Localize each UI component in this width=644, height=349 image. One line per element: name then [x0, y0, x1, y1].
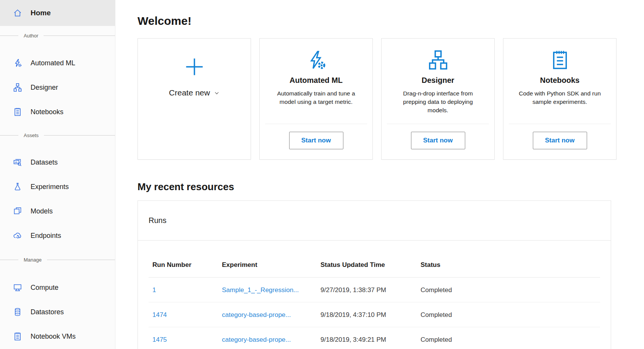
start-now-button[interactable]: Start now — [289, 132, 343, 149]
table-row: 1475 category-based-prope... 9/18/2019, … — [138, 327, 611, 349]
designer-icon — [13, 83, 22, 92]
sidebar-item-compute[interactable]: Compute — [0, 275, 115, 300]
column-header-status-updated-time: Status Updated Time — [320, 261, 421, 269]
sidebar-item-models[interactable]: Models — [0, 199, 115, 223]
automated-ml-icon — [13, 58, 22, 68]
datastores-icon — [13, 307, 22, 317]
start-now-button[interactable]: Start now — [533, 132, 587, 149]
sidebar-item-label: Notebooks — [31, 108, 63, 116]
section-divider-line — [44, 135, 115, 136]
quick-start-cards: Create new Automated ML Automatically tr… — [138, 38, 644, 160]
sidebar-item-label: Compute — [31, 284, 58, 292]
status-updated-time: 9/18/2019, 4:37:10 PM — [320, 311, 421, 319]
notebook-vms-icon — [13, 332, 22, 341]
sidebar-item-notebook-vms[interactable]: Notebook VMs — [0, 324, 115, 349]
sidebar-item-designer[interactable]: Designer — [0, 75, 115, 100]
status-value: Completed — [421, 311, 611, 319]
status-updated-time: 9/18/2019, 3:49:21 PM — [320, 336, 421, 344]
section-label: Assets — [24, 132, 39, 138]
section-divider-line — [0, 135, 18, 136]
page-title: Welcome! — [138, 15, 644, 27]
sidebar-item-home[interactable]: Home — [0, 0, 115, 26]
create-new-button[interactable]: Create new — [169, 88, 219, 97]
sidebar-group-manage: Compute Datastores Notebook VMs — [0, 275, 115, 349]
card-title: Notebooks — [540, 76, 579, 85]
sidebar-item-notebooks[interactable]: Notebooks — [0, 100, 115, 124]
sidebar-item-label: Notebook VMs — [31, 333, 76, 341]
column-header-experiment: Experiment — [222, 261, 320, 269]
recent-resources-title: My recent resources — [138, 181, 644, 193]
sidebar: Home Author Automated ML Designer — [0, 0, 115, 349]
sidebar-section-manage: Manage — [0, 254, 115, 265]
sidebar-item-label: Models — [31, 207, 53, 215]
automated-ml-icon — [306, 49, 327, 71]
experiment-link[interactable]: category-based-prope... — [222, 336, 291, 343]
sidebar-group-assets: Datasets Experiments Models Endpoints — [0, 150, 115, 248]
sidebar-section-author: Author — [0, 30, 115, 41]
designer-icon — [427, 49, 449, 71]
section-divider-line — [0, 36, 18, 36]
column-header-run-number: Run Number — [152, 261, 222, 269]
card-description: Drag-n-drop interface from prepping data… — [395, 89, 482, 115]
experiments-icon — [13, 182, 22, 191]
table-row: 1 Sample_1_-_Regression... 9/27/2019, 1:… — [138, 278, 611, 302]
panel-header: Runs — [138, 201, 611, 241]
sidebar-item-label: Datasets — [31, 158, 58, 166]
sidebar-group-author: Automated ML Designer Notebooks — [0, 51, 115, 124]
sidebar-item-datasets[interactable]: Datasets — [0, 150, 115, 174]
experiment-link[interactable]: Sample_1_-_Regression... — [222, 286, 299, 294]
notebooks-icon — [13, 107, 22, 116]
chevron-down-icon — [214, 90, 220, 96]
sidebar-item-label: Automated ML — [31, 59, 75, 67]
run-number-link[interactable]: 1474 — [152, 311, 167, 318]
endpoints-icon — [13, 231, 22, 240]
table-row: 1474 category-based-prope... 9/18/2019, … — [138, 302, 611, 327]
section-divider-line — [47, 260, 115, 260]
models-icon — [13, 207, 22, 216]
sidebar-item-automated-ml[interactable]: Automated ML — [0, 51, 115, 75]
sidebar-item-label: Endpoints — [31, 232, 61, 240]
automated-ml-card: Automated ML Automatically train and tun… — [259, 38, 373, 160]
sidebar-item-label: Home — [31, 9, 51, 17]
notebooks-card: Notebooks Code with Python SDK and run s… — [503, 38, 616, 160]
card-divider — [509, 124, 611, 124]
create-new-card[interactable]: Create new — [138, 38, 251, 160]
notebooks-icon — [549, 49, 571, 71]
compute-icon — [13, 283, 22, 292]
experiment-link[interactable]: category-based-prope... — [222, 311, 291, 318]
card-divider — [265, 124, 367, 124]
datasets-icon — [13, 158, 22, 167]
home-icon — [13, 8, 22, 18]
status-value: Completed — [421, 336, 611, 344]
section-label: Manage — [24, 257, 42, 263]
sidebar-item-label: Designer — [31, 84, 58, 92]
section-divider-line — [44, 36, 115, 36]
run-number-link[interactable]: 1475 — [152, 336, 167, 343]
app-window: Home Author Automated ML Designer — [0, 0, 644, 349]
sidebar-item-experiments[interactable]: Experiments — [0, 174, 115, 199]
run-number-link[interactable]: 1 — [152, 286, 156, 294]
status-updated-time: 9/27/2019, 1:38:37 PM — [320, 286, 421, 294]
recent-resources-panel: Runs Run Number Experiment Status Update… — [138, 200, 611, 349]
card-title: Automated ML — [290, 76, 343, 85]
status-value: Completed — [421, 286, 611, 294]
runs-table-header: Run Number Experiment Status Updated Tim… — [138, 261, 611, 269]
card-description: Code with Python SDK and run sample expe… — [516, 89, 604, 106]
create-new-label: Create new — [169, 88, 210, 97]
card-title: Designer — [422, 76, 455, 85]
sidebar-item-label: Datastores — [31, 308, 64, 316]
tab-runs[interactable]: Runs — [149, 216, 167, 225]
sidebar-item-datastores[interactable]: Datastores — [0, 300, 115, 324]
card-divider — [387, 124, 489, 124]
main-content: Welcome! Create new Automated ML A — [115, 0, 644, 349]
section-label: Author — [24, 33, 38, 39]
card-description: Automatically train and tune a model usi… — [273, 89, 360, 106]
section-divider-line — [0, 260, 18, 260]
plus-icon — [184, 57, 204, 78]
sidebar-section-assets: Assets — [0, 129, 115, 141]
sidebar-item-label: Experiments — [31, 183, 69, 191]
column-header-status: Status — [421, 261, 611, 269]
designer-card: Designer Drag-n-drop interface from prep… — [381, 38, 495, 160]
sidebar-item-endpoints[interactable]: Endpoints — [0, 223, 115, 248]
start-now-button[interactable]: Start now — [411, 132, 465, 149]
